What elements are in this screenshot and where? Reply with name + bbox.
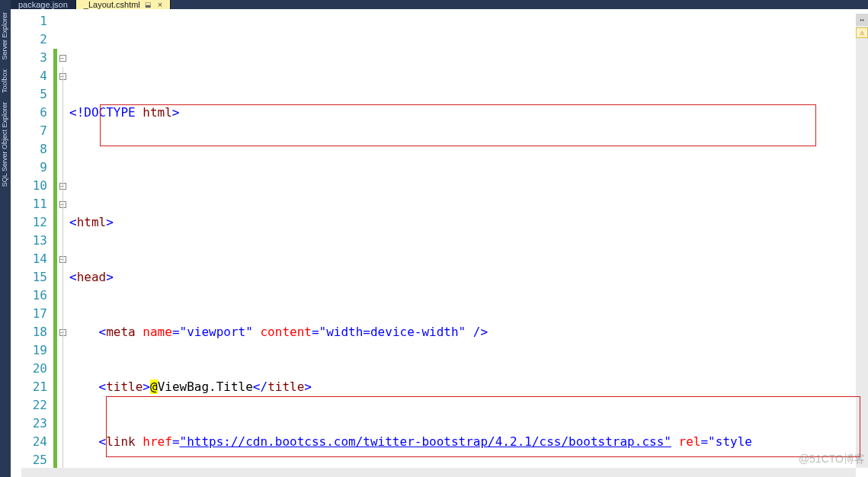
horizontal-scrollbar[interactable] [21,468,856,477]
code-line [68,158,868,177]
code-line: <meta name="viewport" content="width=dev… [68,323,868,341]
split-icon[interactable]: ↔ [856,14,868,26]
side-tab-sql-explorer[interactable]: SQL Server Object Explorer [0,98,11,191]
app-root: Server Explorer Toolbox SQL Server Objec… [0,0,868,477]
tab-layout-cshtml[interactable]: _Layout.cshtml ⬓ × [76,0,171,9]
side-tab-toolbox[interactable]: Toolbox [0,65,11,98]
side-tool-tabs: Server Explorer Toolbox SQL Server Objec… [0,0,11,477]
pin-icon[interactable]: ⬓ [145,1,152,8]
tab-label: _Layout.cshtml [84,0,140,9]
vertical-scrollbar[interactable]: ↔ ⚠ [856,14,868,468]
code-line: <!DOCTYPE html> [68,104,868,122]
close-icon[interactable]: × [158,0,162,9]
warning-icon[interactable]: ⚠ [856,27,868,38]
line-gutter: 1234567891011121314151617181920212223242… [11,9,53,477]
watermark: @51CTO博客 [799,453,865,466]
code-line: <link href="https://cdn.bootcss.com/twit… [68,433,868,451]
fold-column: − − − − − − [57,9,68,477]
code-line: <html> [68,213,868,232]
tab-label: package.json [18,0,68,9]
code-line: <head> [68,268,868,287]
fold-toggle[interactable]: − [59,55,66,62]
side-tab-server-explorer[interactable]: Server Explorer [0,8,11,65]
tab-package-json[interactable]: package.json [11,0,76,9]
code-area[interactable]: <!DOCTYPE html> <html> <head> <meta name… [68,9,868,477]
editor[interactable]: 1234567891011121314151617181920212223242… [11,9,868,477]
code-line: <title>@ViewBag.Title</title> [68,378,868,396]
main-area: package.json _Layout.cshtml ⬓ × 12345678… [11,0,868,477]
tab-bar: package.json _Layout.cshtml ⬓ × [11,0,868,9]
